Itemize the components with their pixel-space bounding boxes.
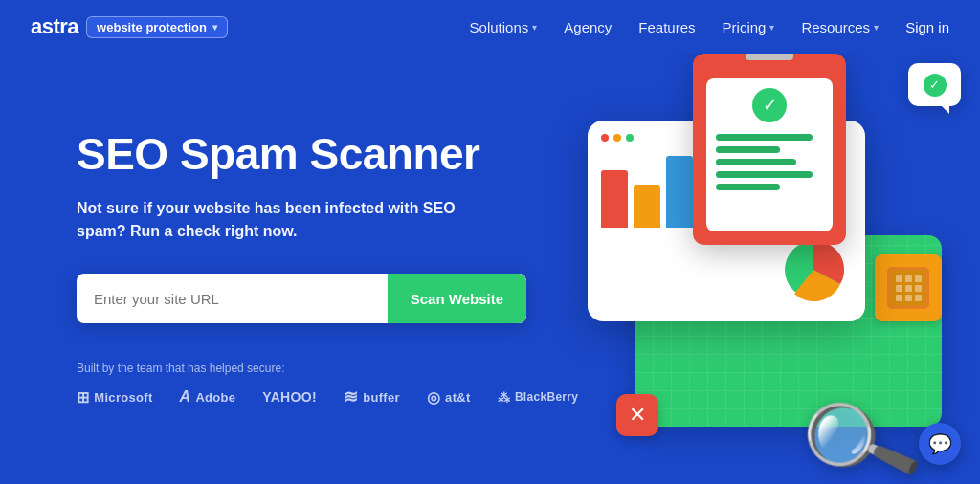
logo-area: astra website protection ▾ [31,14,228,39]
nav-links: Solutions ▾ Agency Features Pricing ▾ Re… [470,19,949,35]
badge-label: website protection [97,20,207,34]
chevron-down-icon: ▾ [874,22,879,33]
bar-3 [666,156,693,228]
hero-section: SEO Spam Scanner Not sure if your websit… [0,54,980,484]
dot-yellow [613,134,621,142]
product-badge[interactable]: website protection ▾ [86,16,228,38]
nav-pricing[interactable]: Pricing ▾ [723,19,775,35]
clipboard-body: ✓ [706,78,833,231]
trust-label: Built by the team that has helped secure… [77,362,578,375]
chevron-down-icon: ▾ [532,22,537,33]
buffer-icon: ≋ [344,386,358,407]
logo-text: astra [31,14,78,39]
chevron-down-icon: ▾ [769,22,774,33]
hero-illustration: ✓ ✓ ✕ 🔍 [559,54,961,484]
adobe-icon: A [180,388,191,406]
bar-1 [601,170,628,228]
clipboard-card: ✓ [693,54,846,245]
nav-features[interactable]: Features [638,19,695,35]
hero-content: SEO Spam Scanner Not sure if your websit… [77,130,578,408]
trust-logos: ⊞ Microsoft A Adobe YAHOO! ≋ buffer ◎ at… [77,386,578,407]
chip-illustration [875,254,942,321]
dot-green [626,134,634,142]
nav-signin-label: Sign in [905,19,949,35]
nav-resources-label: Resources [801,19,870,35]
bar-2 [634,185,660,228]
navbar: astra website protection ▾ Solutions ▾ A… [0,0,980,54]
error-badge: ✕ [616,394,658,436]
chat-icon: 💬 [928,432,952,455]
url-search-bar: Scan Website [77,274,526,323]
trust-section: Built by the team that has helped secure… [77,362,578,407]
nav-solutions[interactable]: Solutions ▾ [470,19,538,35]
trust-logo-blackberry: ⁂ BlackBerry [498,390,579,405]
badge-chevron-icon: ▾ [212,22,217,33]
url-input[interactable] [77,274,388,323]
nav-agency-label: Agency [564,19,612,35]
trust-logo-adobe: A Adobe [180,388,236,406]
nav-agency[interactable]: Agency [564,19,612,35]
trust-logo-yahoo: YAHOO! [262,389,317,405]
hero-title: SEO Spam Scanner [77,130,578,179]
scan-website-button[interactable]: Scan Website [388,274,526,323]
trust-logo-att: ◎ at&t [427,388,471,407]
nav-solutions-label: Solutions [470,19,529,35]
chat-bubble: ✓ [908,63,961,106]
dot-red [601,134,609,142]
trust-logo-buffer: ≋ buffer [344,386,400,407]
microsoft-icon: ⊞ [77,388,89,407]
hero-subtitle: Not sure if your website has been infect… [77,197,479,243]
nav-resources[interactable]: Resources ▾ [801,19,879,35]
att-icon: ◎ [427,388,440,407]
clipboard-clip [746,54,793,60]
chip-inner [887,267,929,309]
chat-checkmark: ✓ [924,74,947,97]
nav-pricing-label: Pricing [723,19,767,35]
check-circle: ✓ [752,88,787,122]
nav-features-label: Features [638,19,695,35]
blackberry-icon: ⁂ [498,390,510,405]
trust-logo-microsoft: ⊞ Microsoft [77,388,153,407]
scan-button-label: Scan Website [411,291,503,307]
nav-signin[interactable]: Sign in [905,19,949,35]
chat-widget-button[interactable]: 💬 [919,423,961,465]
